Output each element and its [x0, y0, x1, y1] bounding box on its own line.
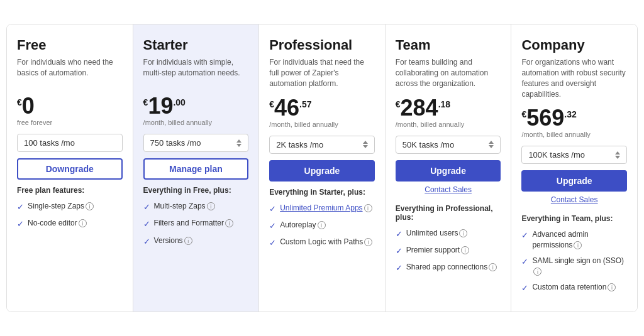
price-main-free: 0 — [22, 95, 35, 117]
upgrade-button-team[interactable]: Upgrade — [396, 160, 501, 182]
checkmark-icon: ✓ — [143, 202, 150, 213]
features-header-team: Everything in Professional, plus: — [396, 204, 501, 222]
price-main-team: 284 — [401, 97, 438, 119]
tasks-selector-team[interactable]: 50K tasks /mo — [396, 136, 501, 154]
plan-card-starter: StarterFor individuals with simple, mult… — [133, 24, 260, 312]
info-icon[interactable]: i — [364, 204, 372, 212]
tasks-selector-company[interactable]: 100K tasks /mo — [521, 146, 627, 164]
feature-text-company-0: Advanced admin permissionsi — [532, 229, 627, 251]
features-header-starter: Everything in Free, plus: — [143, 186, 249, 195]
price-currency-professional: € — [269, 99, 274, 109]
plan-name-team: Team — [396, 37, 501, 53]
price-decimal-team: .18 — [438, 99, 450, 109]
info-icon[interactable]: i — [207, 202, 215, 210]
upgrade-button-professional[interactable]: Upgrade — [269, 160, 375, 182]
feature-text-free-1: No-code editori — [28, 218, 87, 229]
price-currency-team: € — [396, 99, 401, 109]
price-billing-free: free forever — [17, 119, 123, 126]
checkmark-icon: ✓ — [269, 237, 276, 249]
checkmark-icon: ✓ — [143, 219, 150, 230]
upgrade-button-company[interactable]: Upgrade — [521, 170, 627, 192]
feature-item-team-0: ✓Unlimited usersi — [396, 228, 501, 240]
plan-desc-professional: For individuals that need the full power… — [269, 57, 375, 89]
tasks-spinner-starter — [236, 139, 242, 147]
tasks-static-free: 100 tasks /mo — [17, 134, 123, 152]
feature-text-team-0: Unlimited usersi — [406, 228, 468, 239]
feature-item-free-0: ✓Single-step Zapsi — [17, 201, 123, 213]
feature-item-team-1: ✓Premier supporti — [396, 245, 501, 257]
arrow-down-icon — [489, 145, 494, 148]
feature-text-professional-1: Autoreplayi — [280, 220, 325, 230]
info-icon[interactable]: i — [86, 202, 94, 210]
feature-text-professional-2: Custom Logic with Pathsi — [280, 237, 372, 247]
tasks-selector-starter[interactable]: 750 tasks /mo — [143, 134, 249, 152]
checkmark-icon: ✓ — [521, 256, 528, 268]
arrow-up-icon — [363, 141, 368, 144]
arrow-up-icon — [236, 139, 242, 143]
arrow-down-icon — [236, 144, 242, 147]
price-decimal-professional: .57 — [299, 99, 311, 109]
info-icon[interactable]: i — [608, 283, 616, 291]
info-icon[interactable]: i — [461, 246, 469, 254]
price-row-team: €284.18 — [396, 97, 501, 119]
plan-desc-starter: For individuals with simple, multi-step … — [143, 57, 249, 87]
checkmark-icon: ✓ — [396, 229, 402, 240]
price-main-professional: 46 — [274, 97, 299, 119]
contact-sales-team[interactable]: Contact Sales — [396, 185, 501, 194]
tasks-label-professional: 2K tasks /mo — [276, 140, 323, 149]
pricing-table: FreeFor individuals who need the basics … — [6, 24, 638, 312]
price-row-professional: €46.57 — [269, 97, 375, 119]
info-icon[interactable]: i — [533, 268, 541, 276]
feature-item-company-1: ✓SAML single sign on (SSO)i — [521, 256, 627, 277]
feature-text-starter-1: Filters and Formatteri — [154, 218, 233, 229]
plan-desc-free: For individuals who need the basics of a… — [17, 57, 123, 87]
info-icon[interactable]: i — [318, 221, 326, 229]
manage-button-starter[interactable]: Manage plan — [143, 158, 249, 180]
price-billing-team: /month, billed annually — [396, 121, 501, 128]
price-currency-free: € — [17, 97, 22, 107]
arrow-down-icon — [363, 145, 368, 148]
feature-item-professional-2: ✓Custom Logic with Pathsi — [269, 237, 375, 249]
feature-text-professional-0: Unlimited Premium Appsi — [280, 203, 372, 214]
features-header-professional: Everything in Starter, plus: — [269, 188, 375, 197]
checkmark-icon: ✓ — [269, 220, 276, 232]
price-decimal-company: .32 — [564, 109, 576, 119]
feature-text-company-2: Custom data retentioni — [532, 282, 616, 293]
tasks-selector-professional[interactable]: 2K tasks /mo — [269, 136, 375, 154]
price-main-company: 569 — [526, 107, 564, 129]
plan-card-company: CompanyFor organizations who want automa… — [511, 24, 637, 312]
features-header-company: Everything in Team, plus: — [521, 214, 627, 223]
feature-text-starter-2: Versionsi — [154, 236, 192, 246]
contact-sales-company[interactable]: Contact Sales — [521, 195, 627, 204]
checkmark-icon: ✓ — [17, 219, 24, 230]
checkmark-icon: ✓ — [521, 230, 528, 241]
price-main-starter: 19 — [148, 95, 173, 117]
info-icon[interactable]: i — [489, 263, 497, 271]
checkmark-icon: ✓ — [17, 202, 24, 213]
checkmark-icon: ✓ — [269, 203, 276, 215]
features-header-free: Free plan features: — [17, 186, 123, 195]
info-icon[interactable]: i — [574, 241, 582, 249]
price-row-starter: €19.00 — [143, 95, 249, 117]
info-icon[interactable]: i — [459, 229, 467, 237]
feature-text-company-1: SAML single sign on (SSO)i — [532, 256, 627, 277]
arrow-up-icon — [489, 141, 494, 144]
feature-text-starter-0: Multi-step Zapsi — [154, 201, 215, 212]
downgrade-button-free[interactable]: Downgrade — [17, 158, 123, 180]
info-icon[interactable]: i — [79, 219, 87, 227]
feature-item-company-2: ✓Custom data retentioni — [521, 282, 627, 294]
feature-link-professional-0[interactable]: Unlimited Premium Apps — [280, 203, 362, 212]
price-billing-starter: /month, billed annually — [143, 119, 249, 126]
feature-item-starter-0: ✓Multi-step Zapsi — [143, 201, 249, 213]
feature-item-team-2: ✓Shared app connectionsi — [396, 262, 501, 274]
info-icon[interactable]: i — [184, 237, 192, 245]
info-icon[interactable]: i — [225, 219, 233, 227]
price-billing-company: /month, billed annually — [521, 131, 627, 138]
price-currency-company: € — [521, 109, 526, 119]
info-icon[interactable]: i — [364, 238, 372, 246]
feature-text-team-2: Shared app connectionsi — [406, 262, 497, 273]
tasks-spinner-team — [489, 141, 494, 148]
feature-item-professional-1: ✓Autoreplayi — [269, 220, 375, 232]
feature-item-company-0: ✓Advanced admin permissionsi — [521, 229, 627, 251]
tasks-label-starter: 750 tasks /mo — [150, 138, 201, 148]
